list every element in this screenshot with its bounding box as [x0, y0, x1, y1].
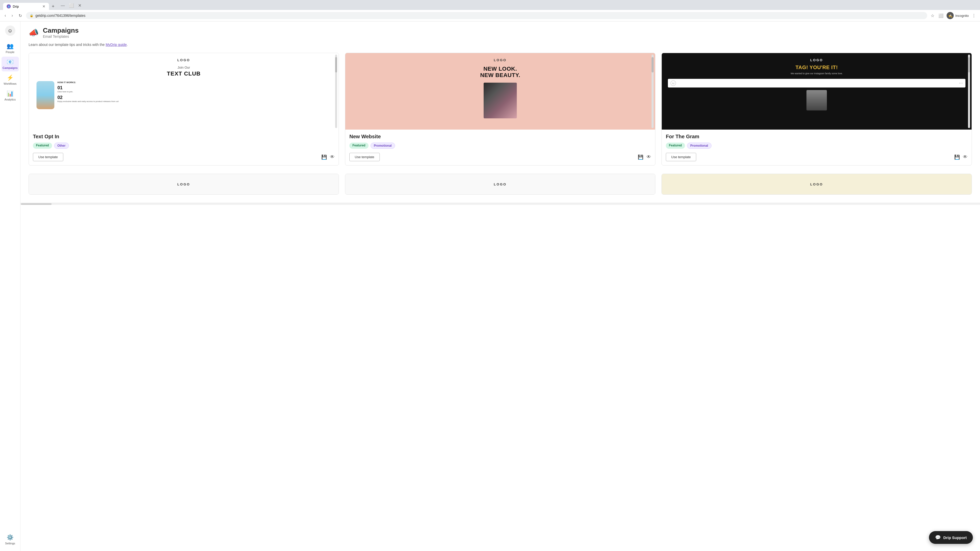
template-tags-text-opt-in: Featured Other — [33, 143, 334, 149]
tag-promotional-2: Promotional — [371, 143, 395, 149]
template-name-new-website: New Website — [349, 134, 651, 140]
app-layout: ☺ 👥 People 📧 Campaigns ⚡ Workflows 📊 Ana… — [0, 21, 980, 551]
address-bar[interactable]: 🔒 getdrip.com/7641396/templates — [26, 12, 928, 19]
tab-label: Drip — [13, 5, 19, 8]
tab-close-button[interactable]: ✕ — [42, 4, 45, 8]
sidebar-logo[interactable]: ☺ — [5, 25, 15, 36]
close-window-button[interactable]: ✕ — [76, 2, 83, 9]
horizontal-scrollbar-thumb — [21, 203, 52, 205]
sidebar-item-analytics[interactable]: 📊 Analytics — [2, 88, 19, 103]
save-template-button-3[interactable]: 💾 — [954, 154, 960, 160]
campaigns-header-icon: 📣 — [29, 28, 39, 38]
template-action-icons-3: 💾 👁 — [954, 154, 967, 160]
bookmark-button[interactable]: ☆ — [930, 12, 935, 19]
browser-toolbar: ‹ › ↻ 🔒 getdrip.com/7641396/templates ☆ … — [0, 10, 980, 21]
preview-headline-3: TAG! YOU'RE IT! — [668, 65, 966, 70]
bottom-templates-grid: LOGO LOGO LOGO — [21, 174, 980, 203]
bottom-logo-3: LOGO — [810, 183, 823, 186]
use-template-button-3[interactable]: Use template — [666, 153, 696, 161]
sidebar: ☺ 👥 People 📧 Campaigns ⚡ Workflows 📊 Ana… — [0, 21, 21, 551]
phone-mockup — [37, 81, 54, 109]
template-tags-for-the-gram: Featured Promotional — [666, 143, 967, 149]
preview-scrollbar-3[interactable] — [968, 55, 970, 128]
template-info-text-opt-in: Text Opt In Featured Other Use template … — [29, 130, 339, 165]
preview-scrollbar-2[interactable] — [652, 55, 654, 128]
preview-headline-2: NEW LOOK.NEW BEAUTY. — [352, 65, 649, 79]
new-tab-button[interactable]: + — [49, 3, 57, 10]
preview-template-button-2[interactable]: 👁 — [646, 154, 651, 160]
use-template-button-1[interactable]: Use template — [33, 153, 63, 161]
logo-icon: ☺ — [7, 28, 13, 34]
drip-support-label: Drip Support — [943, 535, 967, 540]
drip-support-button[interactable]: 💬 Drip Support — [929, 531, 973, 544]
analytics-icon: 📊 — [6, 90, 14, 97]
preview-template-button-3[interactable]: 👁 — [963, 154, 967, 160]
forward-button[interactable]: › — [10, 12, 14, 19]
preview-tagline-1: Join Our — [37, 65, 331, 69]
browser-chrome: 💧 Drip ✕ + — ⬜ ✕ — [0, 0, 980, 10]
preview-template-button-1[interactable]: 👁 — [330, 154, 334, 160]
lock-icon: 🔒 — [30, 14, 33, 17]
template-actions-text-opt-in: Use template 💾 👁 — [33, 153, 334, 161]
template-info-new-website: New Website Featured Promotional Use tem… — [345, 130, 655, 165]
preview-scrollbar-1[interactable] — [335, 55, 337, 128]
sidebar-label-people: People — [6, 51, 14, 54]
tag-featured-3: Featured — [666, 143, 685, 149]
campaigns-icon: 📧 — [6, 59, 14, 65]
browser-toolbar-right: ☆ ⬜ 🕵 Incognito ⋮ — [930, 12, 977, 19]
drip-support-icon: 💬 — [935, 535, 941, 540]
minimize-button[interactable]: — — [59, 2, 66, 9]
sidebar-label-campaigns: Campaigns — [3, 66, 18, 69]
template-name-for-the-gram: For The Gram — [666, 134, 967, 140]
page-header-text: Campaigns Email Templates — [43, 27, 79, 38]
back-button[interactable]: ‹ — [3, 12, 7, 19]
sidebar-item-campaigns[interactable]: 📧 Campaigns — [2, 57, 19, 71]
use-template-button-2[interactable]: Use template — [349, 153, 380, 161]
bottom-card-1: LOGO — [29, 174, 339, 195]
mydrip-guide-link[interactable]: MyDrip guide — [106, 43, 127, 47]
menu-button[interactable]: ⋮ — [971, 12, 977, 19]
horizontal-scrollbar[interactable] — [21, 203, 980, 205]
active-tab[interactable]: 💧 Drip ✕ — [3, 3, 49, 10]
page-description: Learn about our template tips and tricks… — [21, 43, 980, 51]
address-text: getdrip.com/7641396/templates — [35, 14, 924, 17]
profile-button[interactable]: ⬜ — [937, 12, 945, 19]
page-title: Campaigns — [43, 27, 79, 35]
people-icon: 👥 — [6, 43, 14, 49]
settings-icon: ⚙️ — [6, 534, 14, 541]
content-area[interactable]: 📣 Campaigns Email Templates Learn about … — [21, 21, 980, 551]
template-card-text-opt-in: LOGO Join Our TEXT CLUB HOW IT WORKS: 01… — [29, 53, 339, 165]
incognito-label: Incognito — [955, 14, 969, 17]
template-name-text-opt-in: Text Opt In — [33, 134, 334, 140]
template-actions-for-the-gram: Use template 💾 👁 — [666, 153, 967, 161]
bottom-preview-1: LOGO — [29, 174, 339, 194]
sidebar-label-analytics: Analytics — [4, 98, 16, 101]
save-template-button-1[interactable]: 💾 — [321, 154, 327, 160]
maximize-button[interactable]: ⬜ — [67, 2, 76, 9]
templates-grid: LOGO Join Our TEXT CLUB HOW IT WORKS: 01… — [21, 51, 980, 174]
sidebar-item-settings[interactable]: ⚙️ Settings — [2, 532, 19, 547]
browser-tabs: 💧 Drip ✕ + — ⬜ ✕ — [3, 2, 977, 10]
incognito-button[interactable]: 🕵 Incognito — [947, 12, 969, 19]
save-template-button-2[interactable]: 💾 — [638, 154, 643, 160]
tag-other-1: Other — [54, 143, 69, 149]
preview-scrollbar-thumb-1 — [335, 57, 337, 73]
template-preview-text-opt-in: LOGO Join Our TEXT CLUB HOW IT WORKS: 01… — [29, 53, 339, 130]
template-preview-for-the-gram: LOGO TAG! YOU'RE IT! We wanted to give o… — [662, 53, 972, 130]
tag-featured-1: Featured — [33, 143, 52, 149]
preview-headline-1: TEXT CLUB — [37, 70, 331, 77]
tag-featured-2: Featured — [349, 143, 369, 149]
bottom-logo-1: LOGO — [177, 183, 190, 186]
bottom-preview-2: LOGO — [345, 174, 655, 194]
template-actions-new-website: Use template 💾 👁 — [349, 153, 651, 161]
page-subtitle: Email Templates — [43, 35, 79, 38]
reload-button[interactable]: ↻ — [17, 12, 24, 19]
sidebar-item-people[interactable]: 👥 People — [2, 41, 19, 56]
sidebar-item-workflows[interactable]: ⚡ Workflows — [2, 73, 19, 87]
product-image-mock — [484, 83, 517, 118]
sidebar-label-settings: Settings — [5, 542, 15, 545]
preview-logo-1: LOGO — [37, 58, 331, 62]
template-action-icons-1: 💾 👁 — [321, 154, 334, 160]
template-tags-new-website: Featured Promotional — [349, 143, 651, 149]
tag-promotional-3: Promotional — [687, 143, 711, 149]
